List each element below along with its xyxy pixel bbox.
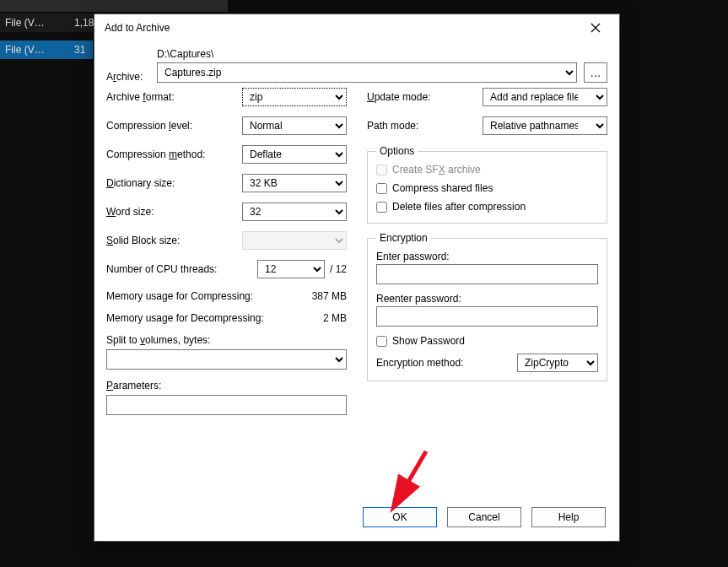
- mem-decomp-value: 2 MB: [323, 312, 347, 324]
- update-label: Update mode:: [367, 91, 483, 103]
- file-size: 31: [74, 44, 85, 56]
- show-password-label: Show Password: [392, 335, 465, 347]
- browse-button[interactable]: …: [584, 62, 607, 83]
- show-password-row[interactable]: Show Password: [376, 335, 598, 347]
- level-label: Compression level:: [106, 120, 242, 132]
- file-size: 1,18: [74, 17, 94, 29]
- encryption-method-select[interactable]: ZipCrypto: [517, 354, 598, 372]
- close-icon: [590, 23, 601, 33]
- compression-level-select[interactable]: Normal: [242, 116, 347, 135]
- shared-label: Compress shared files: [392, 182, 493, 194]
- cancel-button[interactable]: Cancel: [447, 507, 521, 527]
- delete-after-checkbox[interactable]: [376, 202, 387, 213]
- delete-checkbox-row[interactable]: Delete files after compression: [376, 201, 598, 213]
- compression-method-select[interactable]: Deflate: [242, 145, 347, 164]
- mem-comp-value: 387 MB: [312, 290, 347, 302]
- parameters-input[interactable]: [106, 395, 347, 415]
- dialog-title: Add to Archive: [105, 22, 579, 34]
- word-size-select[interactable]: 32: [242, 202, 347, 221]
- cpu-total: / 12: [330, 263, 347, 275]
- close-button[interactable]: [579, 16, 612, 40]
- options-legend: Options: [376, 145, 418, 157]
- titlebar: Add to Archive: [94, 14, 619, 41]
- format-label: Archive format:: [106, 91, 242, 103]
- reenter-password-label: Reenter password:: [376, 293, 598, 305]
- update-mode-select[interactable]: Add and replace files: [483, 88, 607, 106]
- cpu-threads-select[interactable]: 12: [257, 260, 325, 278]
- method-label: Compression method:: [106, 148, 242, 160]
- encryption-legend: Encryption: [376, 232, 431, 244]
- encryption-method-label: Encryption method:: [376, 357, 463, 369]
- show-password-checkbox[interactable]: [376, 336, 387, 347]
- options-group: Options Create SFX archive Compress shar…: [367, 145, 607, 224]
- shared-checkbox-row[interactable]: Compress shared files: [376, 182, 598, 194]
- file-row[interactable]: File (V… 1,18: [0, 14, 93, 32]
- encryption-group: Encryption Enter password: Reenter passw…: [367, 232, 607, 381]
- path-mode-select[interactable]: Relative pathnames: [483, 116, 607, 135]
- path-label: Path mode:: [367, 120, 483, 132]
- enter-password-label: Enter password:: [376, 251, 598, 262]
- mem-decomp-label: Memory usage for Decompressing:: [106, 312, 264, 324]
- split-volumes-select[interactable]: [106, 349, 347, 370]
- archive-name-select[interactable]: Captures.zip: [157, 62, 577, 83]
- add-to-archive-dialog: Add to Archive Archive: D:\Captures\ Cap…: [94, 14, 620, 542]
- archive-label: Archive:: [106, 71, 157, 83]
- compress-shared-checkbox[interactable]: [376, 183, 387, 194]
- dictionary-size-select[interactable]: 32 KB: [242, 174, 347, 192]
- sfx-checkbox: [376, 165, 387, 176]
- dict-label: Dictionary size:: [106, 177, 242, 189]
- solid-label: Solid Block size:: [106, 235, 242, 246]
- split-label: Split to volumes, bytes:: [106, 334, 347, 346]
- enter-password-input[interactable]: [376, 264, 598, 284]
- word-label: Word size:: [106, 206, 242, 218]
- reenter-password-input[interactable]: [376, 306, 598, 327]
- params-label: Parameters:: [106, 380, 347, 392]
- sfx-checkbox-row: Create SFX archive: [376, 164, 598, 176]
- mem-comp-label: Memory usage for Compressing:: [106, 290, 253, 302]
- delete-label: Delete files after compression: [392, 201, 526, 213]
- ok-button[interactable]: OK: [363, 507, 437, 527]
- archive-path: D:\Captures\: [157, 48, 607, 62]
- help-button[interactable]: Help: [531, 507, 606, 527]
- file-row-selected[interactable]: File (V… 31: [0, 40, 93, 59]
- sfx-label: Create SFX archive: [392, 164, 481, 176]
- cpu-label: Number of CPU threads:: [106, 263, 257, 275]
- solid-block-select: [242, 231, 347, 250]
- archive-format-select[interactable]: zip: [242, 88, 347, 106]
